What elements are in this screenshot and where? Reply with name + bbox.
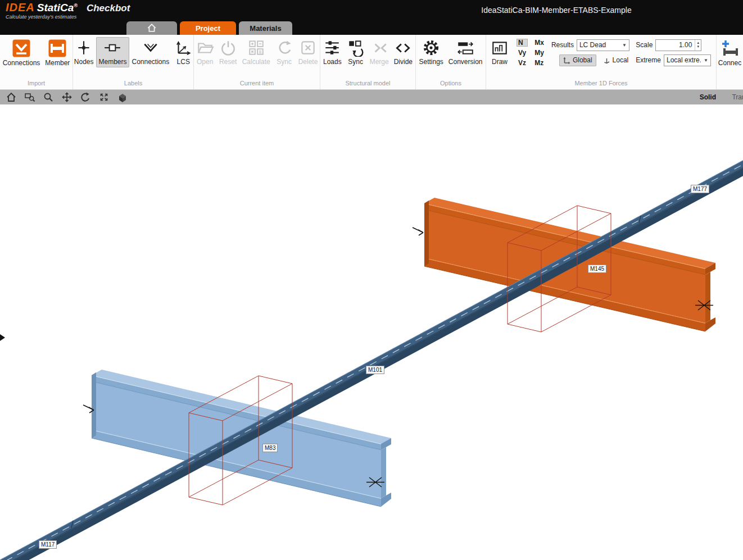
merge-icon <box>370 39 388 57</box>
pan-icon[interactable] <box>60 91 74 103</box>
results-value: LC Dead <box>579 41 606 49</box>
merge-label: Merge <box>370 58 389 66</box>
tab-materials[interactable]: Materials <box>239 21 292 35</box>
conversion-icon <box>456 39 474 57</box>
local-axes-icon <box>603 57 610 64</box>
edge-axis-mark <box>0 334 5 341</box>
sync-current-button[interactable]: Sync <box>273 37 296 67</box>
labels-connections-label: Connections <box>132 58 170 66</box>
force-mz[interactable]: Mz <box>533 59 546 67</box>
results-label: Results <box>551 41 574 49</box>
ribbon: Connections Member Import <box>0 35 743 90</box>
calculate-icon <box>247 39 265 57</box>
group-label-labels: Labels <box>73 80 193 89</box>
calculate-label: Calculate <box>242 58 270 66</box>
labels-members-label: Members <box>98 58 126 66</box>
sync-model-icon <box>347 39 365 57</box>
import-member-button[interactable]: Member <box>43 37 72 69</box>
import-connections-label: Connections <box>3 59 40 67</box>
force-vy[interactable]: Vy <box>517 49 528 57</box>
local-toggle[interactable]: Local <box>599 54 633 66</box>
delete-button[interactable]: Delete <box>296 37 320 67</box>
ribbon-group-member-1d-forces: Draw N Mx Vy My Vz Mz Results LC Dead ▼ <box>486 35 717 89</box>
merge-button[interactable]: Merge <box>368 37 391 67</box>
member-import-icon <box>48 39 67 58</box>
calculate-button[interactable]: Calculate <box>240 37 273 67</box>
ribbon-group-options: Settings Conversion Options <box>416 35 486 89</box>
zoom-window-icon[interactable] <box>23 91 37 103</box>
sync-structural-button[interactable]: Sync <box>345 37 367 67</box>
transparent-mode-button[interactable]: Transpa <box>732 93 743 101</box>
labels-nodes-button[interactable]: Nodes <box>73 37 96 67</box>
member-label-m117[interactable]: M117 <box>39 540 57 549</box>
group-label-import: Import <box>0 80 73 89</box>
rotate-icon[interactable] <box>79 91 92 103</box>
view-toolbar: Solid Transpa <box>0 90 743 104</box>
view-home-icon[interactable] <box>4 91 18 103</box>
member-label-m145[interactable]: M145 <box>588 265 606 273</box>
force-my[interactable]: My <box>533 49 546 57</box>
group-label-member-1d-forces: Member 1D Forces <box>486 80 716 89</box>
labels-members-button[interactable]: Members <box>96 37 129 67</box>
open-button[interactable]: Open <box>194 37 216 67</box>
divide-button[interactable]: Divide <box>392 37 415 67</box>
spinner-arrows-icon[interactable]: ▲▼ <box>695 40 701 51</box>
labels-lcs-button[interactable]: LCS <box>172 37 194 67</box>
loads-sliders-icon <box>323 39 341 57</box>
reset-power-icon <box>219 39 237 57</box>
draw-label: Draw <box>492 58 508 66</box>
app-logo: IDEA StatiCa® Checkbot Calculate yesterd… <box>6 1 130 20</box>
members-icon <box>103 39 121 57</box>
extreme-label: Extreme <box>636 56 661 64</box>
gear-icon <box>422 39 440 57</box>
settings-button[interactable]: Settings <box>416 37 445 67</box>
group-label-structural-model: Structural model <box>320 80 415 89</box>
nodes-icon <box>75 39 93 57</box>
connect-button[interactable]: Connec <box>717 37 743 69</box>
scale-input[interactable]: 1.00 ▲▼ <box>655 39 701 51</box>
solid-mode-button[interactable]: Solid <box>700 93 716 101</box>
loads-button[interactable]: Loads <box>321 37 344 67</box>
connect-plus-member-icon <box>721 39 740 58</box>
ribbon-group-import: Connections Member Import <box>0 35 73 89</box>
member-label-m83[interactable]: M83 <box>262 444 278 452</box>
labels-connections-button[interactable]: Connections <box>130 37 172 67</box>
results-select[interactable]: LC Dead ▼ <box>577 39 629 51</box>
conversion-button[interactable]: Conversion <box>446 37 485 67</box>
import-member-label: Member <box>45 59 70 67</box>
home-icon <box>146 22 157 34</box>
open-folder-icon <box>196 39 214 57</box>
divide-icon <box>394 39 412 57</box>
open-label: Open <box>197 58 213 66</box>
member-label-m177[interactable]: M177 <box>691 185 709 193</box>
solid-view-icon[interactable] <box>116 91 129 103</box>
scale-value: 1.00 <box>656 40 695 51</box>
force-vz[interactable]: Vz <box>517 59 528 67</box>
draw-button[interactable]: Draw <box>488 37 511 67</box>
connect-label: Connec <box>718 59 741 67</box>
connections-labels-icon <box>142 39 160 57</box>
draw-forces-icon <box>491 39 509 57</box>
local-label: Local <box>613 56 629 64</box>
extreme-value: Local extre... <box>667 56 701 64</box>
sync-current-label: Sync <box>277 58 292 66</box>
force-n[interactable]: N <box>517 39 528 47</box>
3d-viewport[interactable]: M177 M145 M101 M83 M117 <box>0 104 743 560</box>
zoom-fit-icon[interactable] <box>97 91 111 103</box>
import-connections-button[interactable]: Connections <box>1 37 43 69</box>
extreme-select[interactable]: Local extre... ▼ <box>664 54 711 66</box>
member-label-m101[interactable]: M101 <box>366 366 384 374</box>
labels-nodes-label: Nodes <box>74 58 94 66</box>
logo-statica: StatiCa® <box>37 2 78 14</box>
tab-home[interactable] <box>126 21 177 35</box>
reset-button[interactable]: Reset <box>217 37 239 67</box>
ribbon-group-current-item: Open Reset <box>194 35 320 89</box>
zoom-icon[interactable] <box>42 91 55 103</box>
tab-project[interactable]: Project <box>180 21 236 35</box>
lcs-icon <box>174 39 192 57</box>
scale-label: Scale <box>636 41 653 49</box>
global-toggle[interactable]: Global <box>559 54 596 66</box>
force-mx[interactable]: Mx <box>533 39 546 47</box>
conversion-label: Conversion <box>448 58 483 66</box>
ribbon-group-structural-model: Loads Sync Merge <box>320 35 416 89</box>
